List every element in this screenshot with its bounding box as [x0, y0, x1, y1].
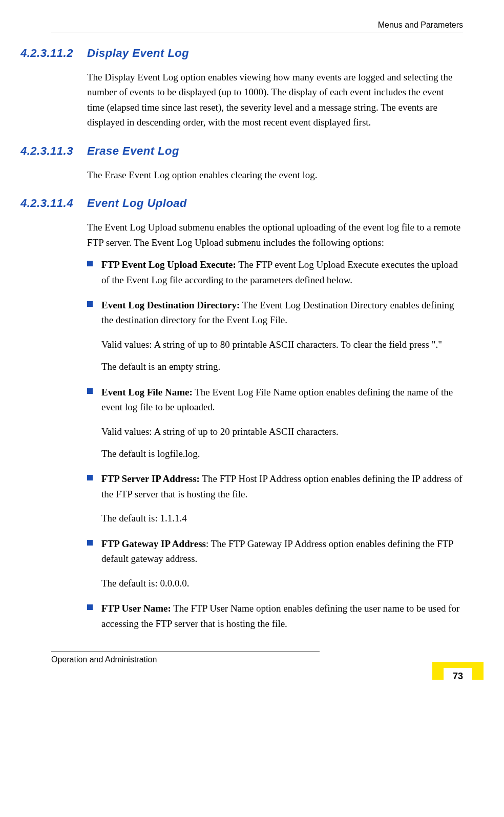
bullet-para-2-0: Valid values: A string of up to 80 print… [101, 337, 463, 352]
bullet-item-5: FTP Gateway IP Address: The FTP Gateway … [87, 536, 463, 591]
bullet-item-3: Event Log File Name: The Event Log File … [87, 385, 463, 462]
section-heading-2: 4.2.3.11.3Erase Event Log [20, 144, 463, 158]
bullet-para-5-0: The default is: 0.0.0.0. [101, 576, 463, 591]
bullet-para-4-0: The default is: 1.1.1.4 [101, 511, 463, 526]
bullet-item-1: FTP Event Log Upload Execute: The FTP ev… [87, 257, 463, 287]
bullet-label-4: FTP Server IP Address: [101, 473, 200, 484]
bullet-list: FTP Event Log Upload Execute: The FTP ev… [87, 257, 463, 631]
footer: Operation and Administration 73 [20, 652, 463, 664]
page-number: 73 [444, 668, 472, 680]
section-number-2: 4.2.3.11.3 [20, 144, 87, 158]
bullet-label-3: Event Log File Name: [101, 387, 193, 397]
bullet-label-5: FTP Gateway IP Address [101, 538, 206, 549]
bullet-item-2: Event Log Destination Directory: The Eve… [87, 298, 463, 374]
section-heading-3: 4.2.3.11.4Event Log Upload [20, 197, 463, 210]
footer-label: Operation and Administration [51, 655, 463, 664]
bullet-item-4: FTP Server IP Address: The FTP Host IP A… [87, 471, 463, 526]
section-body-2: The Erase Event Log option enables clear… [87, 167, 463, 182]
section-number-1: 4.2.3.11.2 [20, 47, 87, 60]
section-title-3: Event Log Upload [87, 197, 187, 210]
section-body-3: The Event Log Upload submenu enables the… [87, 220, 463, 250]
bullet-para-3-1: The default is logfile.log. [101, 446, 463, 461]
section-title-1: Display Event Log [87, 47, 189, 59]
section-title-2: Erase Event Log [87, 144, 179, 157]
footer-rule [51, 652, 320, 652]
section-body-1: The Display Event Log option enables vie… [87, 70, 463, 130]
bullet-para-3-0: Valid values: A string of up to 20 print… [101, 424, 463, 439]
header-rule [51, 32, 463, 32]
page-number-box: 73 [432, 662, 484, 680]
header-chapter: Menus and Parameters [20, 20, 463, 30]
bullet-label-1: FTP Event Log Upload Execute: [101, 259, 236, 270]
bullet-para-2-1: The default is an empty string. [101, 359, 463, 374]
bullet-label-6: FTP User Name: [101, 603, 171, 614]
bullet-label-2: Event Log Destination Directory: [101, 300, 240, 310]
bullet-item-6: FTP User Name: The FTP User Name option … [87, 601, 463, 631]
section-number-3: 4.2.3.11.4 [20, 197, 87, 210]
section-heading-1: 4.2.3.11.2Display Event Log [20, 47, 463, 60]
